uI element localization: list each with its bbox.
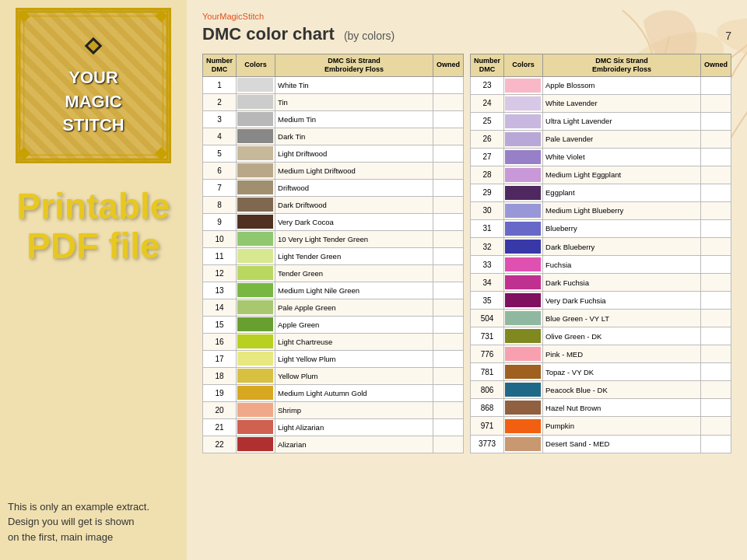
color-name: Ultra Light Lavender — [543, 112, 701, 130]
owned-cell — [433, 196, 463, 213]
table-row: 4 Dark Tin — [203, 128, 464, 145]
table-row: 17 Light Yellow Plum — [203, 350, 464, 367]
row-number: 28 — [471, 166, 504, 184]
owned-cell — [700, 201, 731, 219]
owned-cell — [700, 76, 731, 94]
color-swatch-cell — [237, 76, 275, 93]
color-swatch-cell — [504, 166, 543, 184]
owned-cell — [433, 282, 463, 299]
color-swatch — [505, 204, 541, 218]
color-name: Tin — [275, 93, 433, 110]
color-swatch-cell — [237, 196, 275, 213]
chart-subtitle: (by colors) — [344, 30, 395, 42]
owned-cell — [700, 219, 731, 237]
row-number: 806 — [471, 381, 504, 399]
color-name: Light Tender Green — [275, 247, 433, 264]
owned-cell — [433, 93, 463, 110]
color-swatch-cell — [504, 363, 543, 381]
table-row: 25 Ultra Light Lavender — [471, 112, 731, 130]
owned-cell — [433, 213, 463, 230]
table-row: 8 Dark Driftwood — [203, 196, 464, 213]
owned-cell — [700, 435, 731, 453]
left-th-owned: Owned — [433, 54, 463, 77]
right-th-owned: Owned — [700, 54, 731, 77]
chart-title: DMC color chart — [202, 24, 335, 44]
color-swatch — [505, 329, 541, 343]
color-swatch-cell — [237, 333, 275, 350]
color-name: Medium Light Eggplant — [543, 166, 701, 184]
table-row: 18 Yellow Plum — [203, 367, 464, 384]
logo-area: YOUR MAGIC STITCH — [16, 8, 171, 163]
row-number: 2 — [203, 93, 237, 110]
right-th-name: DMC Six StrandEmbroidery Floss — [543, 54, 701, 77]
row-number: 25 — [471, 112, 504, 130]
owned-cell — [433, 333, 463, 350]
color-name: Hazel Nut Brown — [543, 399, 701, 417]
row-number: 504 — [471, 310, 504, 327]
color-swatch — [237, 300, 273, 314]
row-number: 776 — [471, 345, 504, 363]
table-row: 12 Tender Green — [203, 264, 464, 282]
table-row: 5 Light Driftwood — [203, 145, 464, 162]
color-swatch — [505, 186, 541, 200]
owned-cell — [700, 363, 731, 381]
table-row: 32 Dark Blueberry — [471, 238, 731, 256]
table-row: 20 Shrimp — [203, 401, 464, 418]
table-row: 21 Light Alizarian — [203, 418, 464, 436]
row-number: 23 — [471, 76, 504, 94]
row-number: 14 — [203, 299, 237, 316]
table-row: 15 Apple Green — [203, 316, 464, 333]
page-number: 7 — [725, 30, 731, 42]
color-swatch-cell — [504, 345, 543, 363]
color-swatch-cell — [237, 264, 275, 282]
table-row: 1 White Tin — [203, 76, 464, 93]
color-name: Light Alizarian — [275, 418, 433, 436]
color-swatch-cell — [237, 93, 275, 110]
owned-cell — [700, 345, 731, 363]
color-swatch — [237, 95, 273, 109]
table-row: 30 Medium Light Blueberry — [471, 201, 731, 219]
row-number: 5 — [203, 145, 237, 162]
table-row: 33 Fuchsia — [471, 256, 731, 274]
color-swatch — [237, 386, 273, 400]
table-row: 29 Eggplant — [471, 184, 731, 201]
color-name: Fuchsia — [543, 256, 701, 274]
color-swatch-cell — [504, 76, 543, 94]
color-swatch — [237, 283, 273, 297]
color-name: Dark Tin — [275, 128, 433, 145]
row-number: 13 — [203, 282, 237, 299]
table-row: 781 Topaz - VY DK — [471, 363, 731, 381]
row-number: 781 — [471, 363, 504, 381]
color-swatch — [505, 383, 541, 397]
color-name: Medium Light Autumn Gold — [275, 384, 433, 401]
color-swatch — [505, 96, 541, 110]
row-number: 33 — [471, 256, 504, 274]
color-swatch — [505, 222, 541, 236]
left-panel: YOUR MAGIC STITCH PrintablePDF file This… — [0, 0, 187, 560]
table-row: 27 White Violet — [471, 148, 731, 166]
color-name: White Lavender — [543, 94, 701, 112]
table-row: 31 Blueberry — [471, 219, 731, 237]
color-name: Medium Light Driftwood — [275, 162, 433, 179]
row-number: 31 — [471, 219, 504, 237]
right-color-table: NumberDMC Colors DMC Six StrandEmbroider… — [470, 54, 731, 453]
right-th-colors: Colors — [504, 54, 543, 77]
owned-cell — [433, 230, 463, 247]
color-swatch-cell — [504, 184, 543, 201]
row-number: 731 — [471, 327, 504, 345]
color-swatch — [505, 293, 541, 307]
table-row: 971 Pumpkin — [471, 417, 731, 435]
owned-cell — [433, 145, 463, 162]
color-swatch — [505, 150, 541, 164]
color-swatch — [237, 369, 273, 383]
color-name: Pink - MED — [543, 345, 701, 363]
color-swatch — [505, 275, 541, 289]
color-swatch — [237, 403, 273, 417]
row-number: 15 — [203, 316, 237, 333]
color-swatch-cell — [237, 162, 275, 179]
row-number: 26 — [471, 130, 504, 148]
color-swatch-cell — [504, 112, 543, 130]
color-name: Apple Blossom — [543, 76, 701, 94]
color-swatch-cell — [237, 367, 275, 384]
owned-cell — [433, 179, 463, 196]
